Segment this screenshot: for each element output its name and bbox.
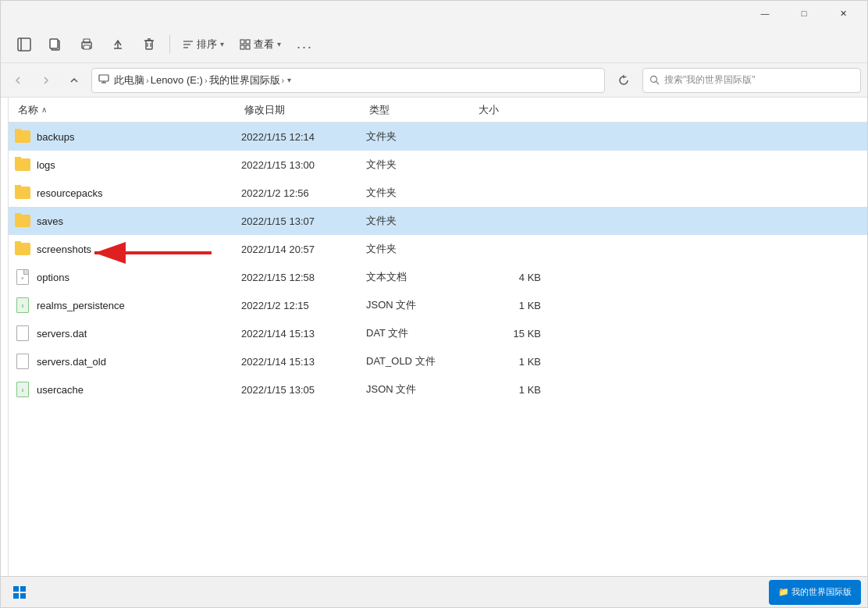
table-row[interactable]: saves 2022/1/15 13:07 文件夹 [9, 207, 867, 235]
file-icon [15, 213, 30, 229]
file-date-cell: 2022/1/15 12:14 [241, 131, 366, 143]
table-row[interactable]: screenshots 2022/1/14 20:57 文件夹 [9, 235, 867, 263]
file-icon [15, 185, 30, 201]
file-date-cell: 2022/1/15 12:58 [241, 272, 366, 283]
file-date-cell: 2022/1/2 12:56 [241, 187, 366, 199]
breadcrumb[interactable]: 此电脑 › Lenovo (E:) › 我的世界国际版 › ▾ [91, 68, 605, 93]
svg-rect-27 [13, 586, 19, 592]
breadcrumb-sep-2: › [205, 76, 208, 85]
minimize-button[interactable]: — [747, 1, 783, 26]
column-header-date[interactable]: 修改日期 [241, 103, 366, 117]
table-row[interactable]: {} realms_persistence 2022/1/2 12:15 JSO… [9, 291, 867, 319]
copy-button[interactable] [41, 30, 69, 59]
toolbar: 排序 ▾ 查看 ▾ ... [1, 26, 867, 63]
json-file-icon: {} [16, 382, 29, 397]
more-options-button[interactable]: ... [290, 33, 319, 55]
file-type-cell: 文件夹 [366, 158, 475, 172]
column-header-size[interactable]: 大小 [475, 103, 553, 117]
file-name-cell: {} realms_persistence [15, 297, 241, 313]
svg-rect-16 [240, 40, 244, 44]
json-file-icon: {} [16, 297, 29, 313]
svg-line-24 [656, 82, 660, 85]
svg-rect-29 [13, 593, 19, 599]
file-name-label: servers.dat_old [37, 356, 106, 368]
file-type-cell: JSON 文件 [366, 382, 475, 396]
column-header-type[interactable]: 类型 [366, 103, 475, 117]
file-icon: {} [15, 297, 30, 313]
file-name-label: saves [37, 215, 63, 227]
file-type-cell: 文件夹 [366, 214, 475, 228]
main-content: 名称 ∧ 修改日期 类型 大小 backups 2022/1/15 12:14 … [1, 98, 867, 607]
refresh-button[interactable] [611, 68, 636, 93]
table-row[interactable]: ≡ options 2022/1/15 12:58 文本文档 4 KB [9, 263, 867, 291]
view-button[interactable]: 查看 ▾ [233, 34, 287, 55]
title-bar: — □ ✕ [1, 1, 867, 26]
table-row[interactable]: backups 2022/1/15 12:14 文件夹 [9, 123, 867, 151]
file-name-cell: {} usercache [15, 382, 241, 397]
file-type-cell: JSON 文件 [366, 298, 475, 312]
nav-forward-button[interactable] [35, 69, 57, 91]
nav-up-button[interactable] [63, 69, 85, 91]
file-list[interactable]: 名称 ∧ 修改日期 类型 大小 backups 2022/1/15 12:14 … [9, 98, 867, 607]
panel-toggle-button[interactable] [10, 30, 38, 59]
svg-point-23 [651, 76, 657, 83]
file-size-cell: 1 KB [475, 384, 553, 396]
file-rows-container: backups 2022/1/15 12:14 文件夹 logs 2022/1/… [9, 123, 867, 404]
table-row[interactable]: {} usercache 2022/1/15 13:05 JSON 文件 1 K… [9, 375, 867, 404]
folder-icon [15, 215, 30, 227]
svg-rect-19 [246, 45, 250, 49]
svg-rect-30 [20, 593, 26, 599]
view-chevron-icon: ▾ [277, 40, 281, 48]
maximize-button[interactable]: □ [786, 1, 822, 26]
taskbar-start[interactable] [7, 580, 32, 605]
table-row[interactable]: resourcepacks 2022/1/2 12:56 文件夹 [9, 179, 867, 207]
navigation-sidebar [1, 98, 9, 607]
breadcrumb-expand-icon[interactable]: ▾ [287, 76, 291, 84]
folder-icon [15, 130, 30, 143]
file-name-cell: saves [15, 213, 241, 229]
table-row[interactable]: logs 2022/1/15 13:00 文件夹 [9, 151, 867, 179]
sort-button[interactable]: 排序 ▾ [176, 34, 230, 55]
search-box[interactable]: 搜索"我的世界国际版" [642, 68, 861, 93]
column-headers: 名称 ∧ 修改日期 类型 大小 [9, 98, 867, 123]
file-date-cell: 2022/1/15 13:00 [241, 159, 366, 171]
text-file-icon: ≡ [16, 269, 29, 285]
file-icon [15, 325, 30, 341]
taskbar: 📁 我的世界国际版 [1, 576, 867, 607]
computer-icon [98, 74, 109, 86]
file-explorer-window: — □ ✕ [0, 0, 868, 608]
share-button[interactable] [104, 30, 132, 59]
file-icon: ≡ [15, 269, 30, 285]
file-date-cell: 2022/1/2 12:15 [241, 300, 366, 311]
search-placeholder: 搜索"我的世界国际版" [664, 73, 756, 87]
file-type-cell: DAT 文件 [366, 326, 475, 340]
print-button[interactable] [73, 30, 101, 59]
file-icon: {} [15, 382, 30, 397]
file-name-cell: screenshots [15, 241, 241, 257]
toolbar-separator [169, 35, 170, 54]
file-size-cell: 15 KB [475, 328, 553, 340]
file-name-label: screenshots [37, 244, 91, 255]
file-name-label: realms_persistence [37, 300, 125, 311]
file-name-label: backups [37, 131, 74, 143]
table-row[interactable]: servers.dat 2022/1/14 15:13 DAT 文件 15 KB [9, 319, 867, 347]
column-header-name[interactable]: 名称 ∧ [15, 103, 241, 117]
delete-button[interactable] [135, 30, 163, 59]
dat-file-icon [16, 325, 29, 341]
taskbar-explorer[interactable]: 📁 我的世界国际版 [769, 580, 861, 605]
view-label: 查看 [254, 37, 274, 52]
sort-chevron-icon: ▾ [220, 40, 224, 48]
file-name-label: resourcepacks [37, 187, 103, 199]
svg-rect-18 [240, 45, 244, 49]
file-type-cell: 文本文档 [366, 270, 475, 284]
file-type-cell: 文件夹 [366, 242, 475, 256]
close-button[interactable]: ✕ [825, 1, 861, 26]
svg-rect-0 [18, 38, 30, 51]
table-row[interactable]: servers.dat_old 2022/1/14 15:13 DAT_OLD … [9, 347, 867, 375]
file-size-cell: 1 KB [475, 356, 553, 368]
folder-icon [15, 187, 30, 199]
svg-rect-8 [146, 41, 152, 49]
nav-back-button[interactable] [7, 69, 29, 91]
file-icon [15, 157, 30, 172]
file-name-cell: logs [15, 157, 241, 172]
